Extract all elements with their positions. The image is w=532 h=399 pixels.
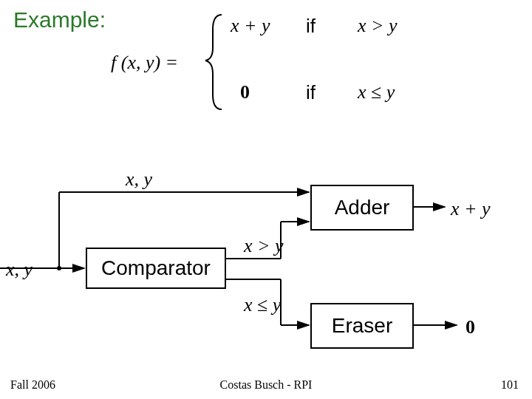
svg-point-3 [57, 266, 61, 270]
case2-if: if [306, 81, 316, 104]
comparator-box: Comparator [86, 248, 226, 289]
cond-bottom-label: x ≤ y [244, 294, 281, 316]
eraser-label: Eraser [332, 314, 392, 338]
diagram-input-left: x, y [6, 259, 33, 281]
adder-label: Adder [335, 196, 390, 219]
eraser-box: Eraser [310, 303, 414, 349]
case2-expr: 0 [240, 81, 250, 103]
case2-cond: x ≤ y [358, 81, 395, 103]
comparator-label: Comparator [101, 256, 211, 280]
case1-expr: x + y [231, 15, 270, 37]
case1-if: if [306, 15, 316, 38]
footer-left: Fall 2006 [10, 378, 55, 392]
output-top: x + y [451, 198, 491, 220]
adder-box: Adder [310, 185, 414, 231]
output-bottom: 0 [466, 316, 475, 338]
page-title: Example: [13, 7, 106, 33]
footer-right: 101 [501, 378, 519, 392]
diagram-input-top: x, y [126, 168, 152, 191]
cond-top-label: x > y [244, 235, 284, 257]
footer-center: Costas Busch - RPI [220, 378, 313, 392]
case1-cond: x > y [358, 15, 398, 37]
func-def: f (x, y) = [111, 52, 178, 74]
